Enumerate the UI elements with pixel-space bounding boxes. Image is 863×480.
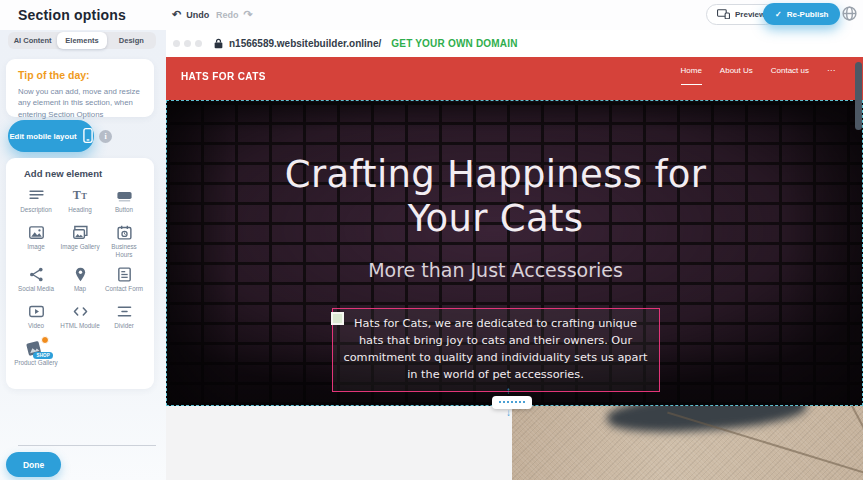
tip-title: Tip of the day: [18, 69, 142, 81]
hero-heading-line1: Crafting Happiness for [285, 153, 706, 196]
image-icon [28, 224, 45, 241]
next-section[interactable] [166, 406, 863, 480]
preview-label: Preview [735, 10, 765, 19]
tab-elements[interactable]: Elements [57, 32, 106, 49]
element-contact-form[interactable]: Contact Form [102, 266, 146, 296]
video-icon [28, 303, 45, 320]
element-video[interactable]: Video [14, 303, 58, 333]
tip-of-the-day-card: Tip of the day: Now you can add, move an… [6, 59, 154, 117]
site-nav: Home About Us Contact us ⋯ [681, 66, 836, 85]
check-icon: ✓ [775, 10, 782, 19]
product-gallery-icon: SHOP [25, 340, 47, 357]
undo-icon: ↶ [172, 9, 181, 20]
tab-ai-content[interactable]: AI Content [8, 32, 57, 49]
browser-dots [173, 40, 202, 47]
language-globe-icon[interactable] [841, 5, 859, 23]
element-image[interactable]: Image [14, 224, 58, 259]
element-description[interactable]: Description [14, 187, 58, 217]
republish-label: Re-Publish [787, 10, 829, 19]
shop-badge: SHOP [33, 352, 53, 359]
republish-button[interactable]: ✓ Re-Publish [763, 3, 840, 25]
sidebar-divider [18, 445, 156, 446]
browser-dot [173, 40, 180, 47]
done-button[interactable]: Done [6, 452, 61, 477]
hero-paragraph-text: Hats for Cats, we are dedicated to craft… [344, 317, 648, 381]
new-badge-dot [41, 336, 49, 344]
element-image-gallery[interactable]: Image Gallery [58, 224, 102, 259]
business-hours-icon [116, 224, 133, 241]
element-heading[interactable]: TT Heading [58, 187, 102, 217]
element-divider[interactable]: Divider [102, 303, 146, 333]
hero-heading-line2: Your Cats [408, 197, 584, 240]
undo-button[interactable]: ↶ Undo [172, 9, 209, 20]
redo-button[interactable]: Redo ↷ [216, 9, 253, 20]
tab-design[interactable]: Design [107, 32, 156, 49]
site-header[interactable]: HATS FOR CATS Home About Us Contact us ⋯ [166, 57, 863, 100]
nav-more-ellipsis[interactable]: ⋯ [827, 66, 835, 84]
get-domain-link[interactable]: GET YOUR OWN DOMAIN [391, 38, 517, 49]
info-icon[interactable]: i [99, 130, 112, 143]
section-options-sidebar: AI Content Elements Design Tip of the da… [0, 30, 166, 480]
element-drag-handle[interactable] [331, 312, 344, 325]
nav-contact-us[interactable]: Contact us [771, 66, 809, 84]
social-media-icon [28, 266, 45, 283]
browser-dot [184, 40, 191, 47]
shadow-blob [606, 406, 808, 437]
element-product-gallery[interactable]: SHOP Product Gallery [14, 340, 58, 370]
site-preview-canvas: n1566589.websitebuilder.online/ GET YOUR… [166, 30, 863, 480]
nav-home[interactable]: Home [681, 66, 702, 85]
description-icon [28, 187, 45, 204]
phone-icon [83, 128, 93, 145]
site-logo[interactable]: HATS FOR CATS [181, 69, 266, 82]
svg-text:T: T [81, 191, 87, 201]
element-button[interactable]: Button [102, 187, 146, 217]
pavement-joint-line [831, 406, 863, 464]
hero-subheading[interactable]: More than Just Accessories [368, 259, 623, 281]
undo-label: Undo [186, 10, 209, 20]
browser-dot [195, 40, 202, 47]
image-gallery-icon [72, 224, 89, 241]
html-module-icon [72, 303, 89, 320]
element-grid: Description TT Heading Button Image Imag… [14, 187, 146, 370]
site-url: n1566589.websitebuilder.online/ [229, 38, 381, 49]
element-html-module[interactable]: HTML Module [58, 303, 102, 333]
browser-bar: n1566589.websitebuilder.online/ GET YOUR… [166, 30, 863, 57]
tip-body: Now you can add, move and resize any ele… [18, 86, 142, 120]
add-element-title: Add new element [24, 168, 146, 179]
resize-arrow-up-icon: ↑ [506, 386, 511, 396]
add-new-element-card: Add new element Description TT Heading B… [6, 158, 154, 389]
resize-arrow-down-icon: ↓ [506, 408, 511, 418]
map-icon [72, 266, 89, 283]
redo-icon: ↷ [244, 9, 253, 20]
hero-heading[interactable]: Crafting Happiness for Your Cats [285, 153, 706, 242]
editor-topbar: Section options ↶ Undo Redo ↷ Preview ✓ … [0, 0, 863, 30]
hero-content: Crafting Happiness for Your Cats More th… [167, 101, 862, 405]
element-map[interactable]: Map [58, 266, 102, 296]
vertical-scrollbar-thumb[interactable] [855, 62, 862, 130]
element-social-media[interactable]: Social Media [14, 266, 58, 296]
redo-label: Redo [216, 10, 239, 20]
page-title: Section options [18, 7, 126, 23]
hero-paragraph-selected[interactable]: Hats for Cats, we are dedicated to craft… [332, 308, 660, 392]
hero-section[interactable]: Crafting Happiness for Your Cats More th… [166, 100, 863, 406]
resize-grip-dots [499, 401, 525, 403]
sidebar-tabs: AI Content Elements Design [8, 32, 156, 49]
svg-text:T: T [72, 188, 80, 202]
button-icon [116, 187, 133, 204]
contact-form-icon [116, 266, 133, 283]
divider-icon [116, 303, 133, 320]
devices-icon [717, 9, 730, 21]
section-resize-handle[interactable]: ↑ ↓ [492, 396, 532, 409]
nav-about-us[interactable]: About Us [720, 66, 753, 84]
edit-mobile-label: Edit mobile layout [9, 132, 76, 141]
element-business-hours[interactable]: Business Hours [102, 224, 146, 259]
sand-ground-image [512, 406, 863, 480]
lock-icon [214, 35, 223, 53]
edit-mobile-layout-button[interactable]: Edit mobile layout [8, 120, 94, 152]
heading-icon: TT [72, 187, 89, 204]
